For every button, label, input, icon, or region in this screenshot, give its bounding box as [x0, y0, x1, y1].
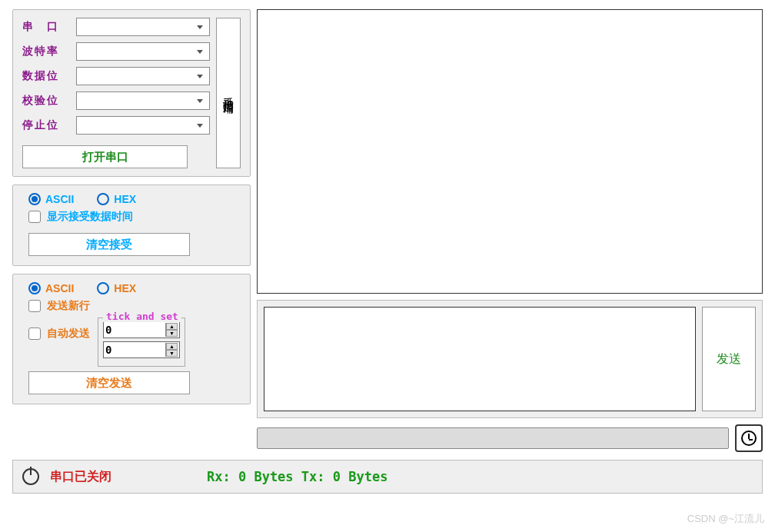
- status-bar: 串口已关闭 Rx: 0 Bytes Tx: 0 Bytes: [12, 460, 763, 494]
- databits-label: 数据位: [22, 69, 76, 83]
- clear-send-button[interactable]: 清空发送: [28, 371, 190, 394]
- rx-hex-radio[interactable]: HEX: [97, 193, 136, 205]
- stopbits-combo[interactable]: [76, 116, 210, 135]
- port-combo[interactable]: [76, 18, 210, 36]
- watermark: CSDN @~江流儿: [687, 512, 764, 526]
- progress-bar: [257, 427, 729, 449]
- baud-combo[interactable]: [76, 42, 210, 61]
- tick-group: tick and set 0▲▼ 0▲▼: [98, 318, 185, 367]
- tx-autosend-checkbox[interactable]: 自动发送: [28, 327, 90, 341]
- bytes-counter: Rx: 0 Bytes Tx: 0 Bytes: [207, 469, 388, 484]
- databits-combo[interactable]: [76, 67, 210, 85]
- receive-textarea[interactable]: [257, 9, 763, 294]
- send-textarea[interactable]: [264, 307, 696, 411]
- timer-button[interactable]: [735, 424, 763, 452]
- tick-legend: tick and set: [103, 311, 181, 322]
- port-label: 串 口: [22, 20, 76, 34]
- parity-label: 校验位: [22, 94, 76, 108]
- parity-combo[interactable]: [76, 91, 210, 110]
- receive-panel: ASCII HEX 显示接受数据时间 清空接受: [12, 185, 251, 266]
- tick-spinner-1[interactable]: 0▲▼: [103, 321, 180, 338]
- port-settings-panel: 串 口 波特率 数据位 校验位 停止位: [12, 9, 251, 177]
- open-port-button[interactable]: 打开串口: [22, 145, 188, 168]
- rx-ascii-radio[interactable]: ASCII: [28, 193, 74, 205]
- tx-ascii-radio[interactable]: ASCII: [28, 282, 74, 294]
- rx-showtime-checkbox[interactable]: 显示接受数据时间: [22, 210, 241, 224]
- tick-spinner-2[interactable]: 0▲▼: [103, 341, 180, 358]
- clock-icon: [741, 431, 757, 446]
- port-status-text: 串口已关闭: [50, 469, 111, 485]
- stopbits-label: 停止位: [22, 118, 76, 132]
- send-area-wrap: 发送: [257, 300, 763, 418]
- tx-hex-radio[interactable]: HEX: [97, 282, 136, 294]
- send-panel: ASCII HEX 发送新行 自动发送 tick and set 0▲▼ 0▲▼…: [12, 274, 251, 404]
- baud-label: 波特率: [22, 45, 76, 58]
- send-button[interactable]: 发送: [702, 307, 756, 411]
- power-icon: [22, 468, 39, 485]
- scan-port-button[interactable]: 手动扫描端口: [216, 18, 241, 168]
- clear-receive-button[interactable]: 清空接受: [28, 233, 190, 256]
